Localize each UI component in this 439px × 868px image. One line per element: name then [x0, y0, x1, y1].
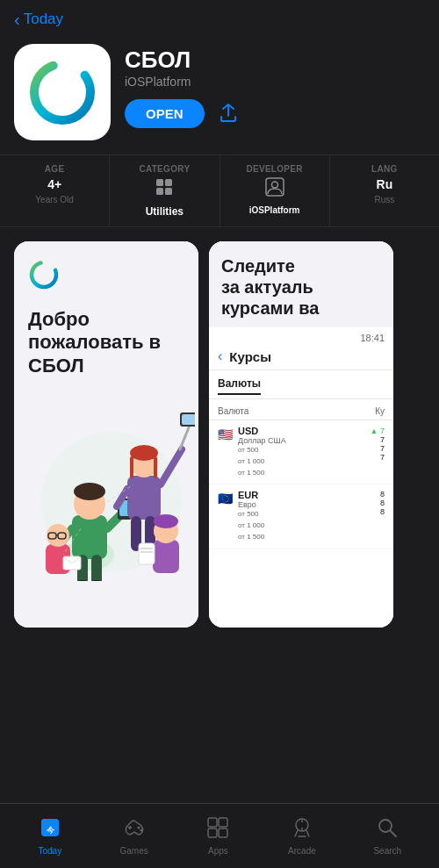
app-details: СБОЛ iOSPlatform OPEN	[125, 44, 425, 128]
ss2-eur-rate: 888	[380, 490, 385, 516]
meta-lang-value: Ru	[377, 177, 393, 191]
svg-rect-55	[208, 818, 217, 827]
apps-icon	[206, 816, 229, 843]
meta-category: CATEGORY Utilities	[110, 155, 220, 226]
tab-arcade-label: Arcade	[288, 846, 316, 856]
svg-rect-21	[127, 476, 161, 520]
svg-rect-24	[130, 456, 133, 478]
meta-language: LANG Ru Russ	[330, 155, 439, 226]
meta-lang-label: LANG	[371, 164, 398, 174]
svg-rect-18	[91, 555, 102, 581]
svg-point-41	[154, 514, 178, 528]
svg-point-0	[34, 64, 90, 120]
today-icon: 今	[39, 816, 61, 843]
chevron-left-icon: ‹	[14, 11, 20, 28]
meta-row: AGE 4+ Years Old CATEGORY Utilities DEVE…	[0, 154, 439, 227]
meta-category-label: CATEGORY	[139, 164, 190, 174]
ss1-illustration	[28, 388, 184, 581]
share-button[interactable]	[219, 104, 238, 123]
ss2-eur-info: EUR Евро от 500от 1 000от 1 500	[238, 490, 375, 542]
svg-rect-10	[72, 515, 107, 559]
app-developer: iOSPlatform	[125, 75, 425, 89]
open-button[interactable]: OPEN	[125, 99, 205, 128]
svg-rect-4	[165, 188, 172, 195]
ss2-tab-active: Валюты	[218, 374, 261, 395]
games-icon	[123, 816, 146, 843]
svg-rect-3	[156, 188, 163, 195]
tab-search-label: Search	[373, 846, 401, 856]
svg-rect-57	[208, 829, 217, 837]
ss2-nav-bar: ‹ Курсы	[209, 343, 393, 370]
svg-rect-25	[154, 456, 157, 478]
ss2-back-icon: ‹	[218, 348, 222, 364]
tab-games-label: Games	[120, 846, 148, 856]
svg-text:今: 今	[45, 826, 54, 835]
tab-apps-label: Apps	[208, 846, 228, 856]
ss2-title-area: Следитеза актуалькурсами ва	[209, 241, 393, 327]
ss2-col2: Ку	[375, 406, 385, 416]
ss2-usd-row: 🇺🇸 USD Доллар США от 500от 1 000от 1 500…	[209, 420, 393, 484]
ss2-table-header: Валюта Ку	[209, 403, 393, 420]
ss2-col1: Валюта	[218, 406, 248, 416]
ss1-logo	[28, 259, 184, 294]
svg-line-63	[391, 831, 397, 837]
app-actions: OPEN	[125, 99, 425, 128]
svg-rect-2	[165, 179, 172, 186]
svg-rect-56	[219, 818, 227, 827]
svg-point-6	[271, 182, 277, 188]
svg-point-19	[74, 580, 91, 581]
back-button[interactable]: ‹ Today	[14, 11, 425, 28]
meta-age-value: 4+	[47, 177, 61, 191]
ss2-time: 18:41	[360, 333, 385, 343]
tab-games[interactable]: Games	[106, 811, 162, 861]
tab-bar: 今 Today Games Apps	[0, 803, 439, 868]
meta-lang-sub: Russ	[374, 195, 394, 204]
ss2-usd-rates: 777	[371, 435, 385, 462]
person-icon	[265, 177, 284, 202]
ss2-usd-trend: ▲ 7	[371, 427, 385, 435]
svg-line-27	[180, 423, 191, 449]
tab-today[interactable]: 今 Today	[24, 811, 76, 861]
ss1-title: Добро пожаловать в СБОЛ	[28, 308, 184, 377]
ss2-nav-title: Курсы	[229, 349, 271, 364]
meta-age-sub: Years Old	[35, 195, 74, 204]
svg-point-52	[140, 829, 142, 832]
tab-search[interactable]: Search	[359, 811, 415, 861]
svg-rect-29	[182, 414, 195, 425]
grid-icon	[155, 177, 174, 202]
meta-developer: DEVELOPER iOSPlatform	[220, 155, 330, 226]
ss2-eur-code: EUR	[238, 490, 375, 500]
eu-flag-icon: 🇪🇺	[218, 491, 233, 506]
meta-age: AGE 4+ Years Old	[0, 155, 110, 226]
meta-category-value: Utilities	[146, 205, 184, 218]
ss2-table: Валюта Ку 🇺🇸 USD Доллар США от 500от 1 0…	[209, 399, 393, 553]
ss2-eur-tiers: от 500от 1 000от 1 500	[238, 509, 375, 542]
svg-rect-1	[156, 179, 163, 186]
ss2-eur-row: 🇪🇺 EUR Евро от 500от 1 000от 1 500 888	[209, 484, 393, 549]
svg-point-20	[88, 580, 105, 581]
app-logo-svg	[27, 57, 97, 127]
ss2-usd-code: USD	[238, 426, 365, 436]
svg-point-51	[137, 827, 140, 829]
ss2-eur-rates: 888	[380, 490, 385, 516]
svg-rect-42	[139, 543, 155, 564]
arcade-icon	[291, 816, 313, 843]
ss2-usd-tiers: от 500от 1 000от 1 500	[238, 445, 365, 478]
tab-today-label: Today	[38, 846, 61, 856]
svg-point-12	[74, 483, 105, 500]
svg-rect-39	[153, 540, 179, 573]
app-icon	[14, 44, 111, 140]
svg-rect-5	[266, 178, 284, 196]
ss2-usd-rate: ▲ 7 777	[371, 426, 385, 462]
share-icon	[219, 104, 238, 123]
tab-apps[interactable]: Apps	[191, 811, 244, 861]
app-name: СБОЛ	[125, 47, 425, 73]
svg-point-7	[32, 262, 56, 287]
us-flag-icon: 🇺🇸	[218, 427, 233, 441]
tab-arcade[interactable]: Arcade	[274, 811, 330, 861]
screenshot-2: Следитеза актуалькурсами ва 18:41 ‹ Курс…	[209, 241, 393, 628]
ss2-time-bar: 18:41	[209, 327, 393, 343]
meta-developer-label: DEVELOPER	[246, 164, 302, 174]
ss2-tab-bar: Валюты	[209, 370, 393, 399]
screenshots-section: Добро пожаловать в СБОЛ	[0, 227, 439, 642]
